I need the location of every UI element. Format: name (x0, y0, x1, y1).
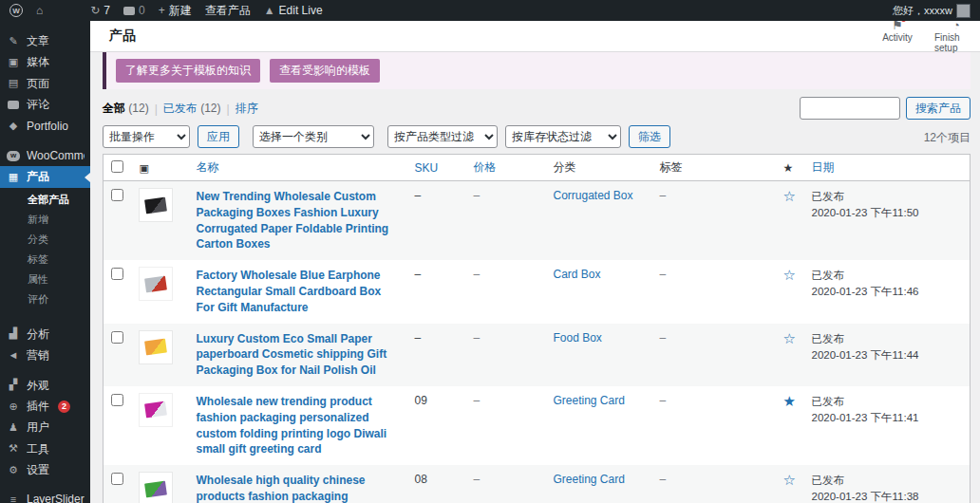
product-name-link[interactable]: Wholesale high quality chinese products … (197, 473, 400, 503)
sidebar-item-posts[interactable]: ✎文章 (0, 30, 90, 51)
product-thumbnail[interactable] (140, 189, 172, 221)
column-header-sku[interactable]: SKU (407, 155, 466, 181)
view-filter-links: 全部 (12) | 已发布 (12) | 排序 (103, 97, 258, 117)
sidebar-subitem-categories[interactable]: 分类 (0, 230, 90, 250)
new-content-menu[interactable]: + 新建 (159, 3, 192, 19)
product-category-link[interactable]: Greeting Card (554, 473, 625, 486)
sidebar-item-label: 分析 (27, 327, 49, 341)
comments-link[interactable]: 0 (123, 3, 145, 19)
product-date: 2020-01-23 下午11:46 (812, 284, 963, 300)
settings-icon: ⚙ (7, 465, 20, 475)
search-products-button[interactable]: 搜索产品 (906, 97, 971, 120)
sidebar-item-analytics[interactable]: ▟分析 (0, 324, 90, 345)
sidebar-item-users[interactable]: ♟用户 (0, 417, 90, 438)
column-header-price[interactable]: 价格 (466, 155, 546, 181)
sidebar-item-pages[interactable]: ▤页面 (0, 73, 90, 94)
featured-star-toggle[interactable]: ☆ (783, 267, 796, 283)
edit-live-icon: ▲ (264, 5, 275, 16)
bulk-actions-select[interactable]: 批量操作 (103, 125, 190, 148)
plugin-icon: ⊕ (7, 401, 20, 412)
view-product-link[interactable]: 查看产品 (205, 3, 251, 19)
view-sort-link[interactable]: 排序 (236, 101, 258, 117)
product-category-link[interactable]: Card Box (554, 268, 601, 281)
wordpress-logo-menu[interactable]: W (9, 4, 23, 17)
plugins-badge: 2 (58, 401, 70, 413)
stock-status-filter-select[interactable]: 按库存状态过滤 (505, 125, 621, 148)
sidebar-item-marketing[interactable]: ◄营销 (0, 345, 90, 365)
sidebar-item-plugins[interactable]: ⊕插件2 (0, 396, 90, 417)
edit-live-label: Edit Live (279, 4, 323, 17)
sidebar-item-comments[interactable]: 评论 (0, 94, 90, 115)
view-all-link[interactable]: 全部 (12) (103, 101, 149, 117)
row-checkbox[interactable] (111, 268, 123, 280)
sidebar-item-woocommerce[interactable]: wWooCommerce (0, 145, 90, 166)
product-name-link[interactable]: Wholesale new trending product fashion p… (197, 394, 400, 457)
product-thumbnail[interactable] (140, 473, 172, 503)
column-header-tags: 标签 (652, 155, 776, 181)
sidebar-item-products[interactable]: ▦产品 (0, 166, 90, 187)
product-sku: – (415, 331, 422, 345)
sidebar-subitem-tags[interactable]: 标签 (0, 250, 90, 270)
sidebar-subitem-add-new[interactable]: 新增 (0, 210, 90, 230)
product-status: 已发布 (812, 268, 963, 284)
product-category-link[interactable]: Greeting Card (554, 394, 625, 407)
category-filter-select[interactable]: 选择一个类别 (253, 125, 374, 148)
column-header-name[interactable]: 名称 (189, 155, 407, 181)
sidebar-item-label: 用户 (27, 420, 49, 434)
edit-live-link[interactable]: ▲ Edit Live (264, 3, 323, 19)
search-input[interactable] (800, 97, 900, 120)
featured-star-toggle[interactable]: ★ (783, 393, 796, 409)
product-tags: – (660, 394, 667, 407)
product-status: 已发布 (812, 189, 963, 205)
learn-templates-button[interactable]: 了解更多关于模板的知识 (116, 59, 260, 83)
sidebar-subitem-attributes[interactable]: 属性 (0, 270, 90, 289)
featured-star-toggle[interactable]: ☆ (783, 472, 796, 488)
column-header-date[interactable]: 日期 (804, 155, 971, 181)
row-checkbox[interactable] (111, 331, 123, 344)
row-checkbox[interactable] (111, 394, 123, 406)
view-affected-templates-button[interactable]: 查看受影响的模板 (270, 59, 380, 83)
products-icon: ▦ (7, 172, 20, 182)
sidebar-item-appearance[interactable]: ▞外观 (0, 375, 90, 396)
product-category-link[interactable]: Food Box (554, 331, 602, 345)
comments-count: 0 (139, 4, 145, 17)
products-table-wrap: ▣ 名称 SKU 价格 分类 标签 ★ 日期 New Trending Whol… (103, 154, 971, 503)
product-category-link[interactable]: Corrugated Box (554, 189, 633, 202)
sidebar-subitem-reviews[interactable]: 评价 (0, 289, 90, 309)
product-date: 2020-01-23 下午11:50 (812, 205, 963, 221)
comments-bubble-icon (123, 7, 135, 15)
updates-link[interactable]: ↻ 7 (90, 3, 110, 19)
product-price: – (474, 331, 481, 345)
activity-flag-icon: ⚑ (892, 21, 903, 31)
product-thumbnail[interactable] (140, 394, 172, 426)
product-thumbnail[interactable] (140, 331, 172, 363)
sidebar-item-label: 文章 (27, 34, 49, 47)
product-name-link[interactable]: New Trending Wholesale Custom Packaging … (197, 189, 400, 252)
sidebar-item-label: 产品 (27, 170, 49, 183)
product-thumbnail[interactable] (140, 268, 172, 300)
apply-button[interactable]: 应用 (198, 125, 239, 148)
product-tags: – (660, 268, 667, 281)
filter-button[interactable]: 筛选 (629, 125, 670, 148)
sidebar-item-tools[interactable]: ⚒工具 (0, 438, 90, 459)
product-name-link[interactable]: Factory Wholesale Blue Earphone Rectangu… (197, 268, 400, 315)
row-checkbox[interactable] (111, 189, 123, 201)
account-menu[interactable]: 您好，xxxxw (893, 4, 971, 18)
sidebar-item-portfolio[interactable]: ◆Portfolio (0, 116, 90, 137)
select-all-checkbox[interactable] (111, 160, 123, 173)
site-home-link[interactable]: ⌂ (36, 5, 43, 16)
sidebar-item-layerslider[interactable]: ≡LayerSlider (0, 489, 90, 503)
product-type-filter-select[interactable]: 按产品类型过滤 (387, 125, 498, 148)
finish-setup-button[interactable]: ◔ Finish setup (934, 21, 978, 53)
featured-star-toggle[interactable]: ☆ (783, 330, 796, 346)
megaphone-icon: ◄ (7, 350, 20, 361)
sidebar-item-settings[interactable]: ⚙设置 (0, 459, 90, 480)
sidebar-subitem-all-products[interactable]: 全部产品 (0, 190, 90, 210)
activity-panel-button[interactable]: ⚑ Activity (876, 21, 919, 53)
view-published-link[interactable]: 已发布 (12) (163, 101, 221, 117)
row-checkbox[interactable] (111, 473, 123, 485)
featured-star-toggle[interactable]: ☆ (783, 188, 796, 204)
product-name-link[interactable]: Luxury Custom Eco Small Paper paperboard… (197, 331, 400, 379)
media-icon: ▣ (7, 57, 20, 67)
sidebar-item-media[interactable]: ▣媒体 (0, 51, 90, 72)
